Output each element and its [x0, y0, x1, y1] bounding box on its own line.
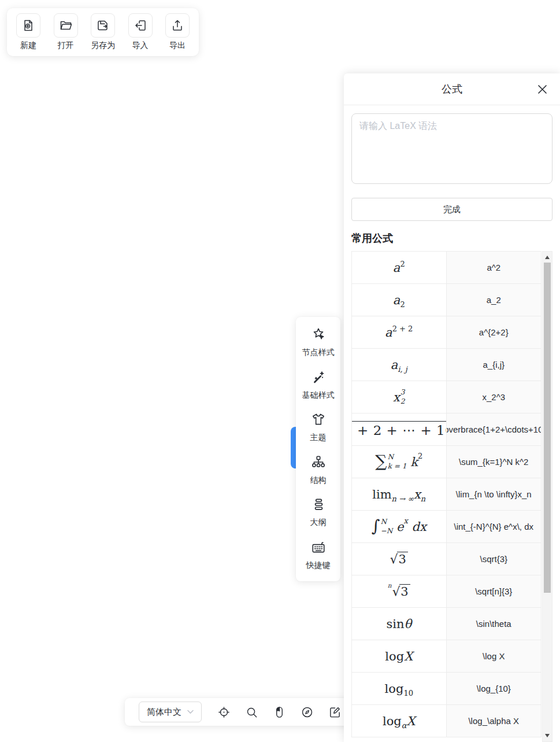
- formula-latex[interactable]: \int_{-N}^{N} e^x\, dx: [447, 511, 542, 543]
- theme-label: 主题: [310, 433, 327, 443]
- formula-latex[interactable]: a^2: [447, 252, 542, 284]
- formula-row: √3\sqrt{3}: [352, 543, 541, 575]
- open-file-button[interactable]: 打开: [54, 13, 78, 51]
- formula-latex[interactable]: \overbrace{1+2+\cdots+10}: [447, 414, 542, 446]
- formula-preview[interactable]: 1 + 2 + ⋯ + 10: [352, 414, 447, 446]
- sidebar-item-node-style[interactable]: 节点样式: [302, 327, 335, 358]
- sidebar-item-theme[interactable]: 主题: [310, 412, 327, 443]
- formula-preview[interactable]: logαX: [352, 705, 447, 737]
- formula-row: a2a^2: [352, 252, 541, 284]
- file-toolbar: 新建 打开 另存为 导入 导出: [7, 8, 199, 56]
- common-formulas-title: 常用公式: [351, 231, 552, 245]
- shortcut-label: 快捷键: [306, 560, 331, 571]
- export-label: 导出: [169, 40, 186, 51]
- basic-style-icon: [311, 370, 326, 387]
- style-toolbar: 节点样式 基础样式 主题 结构 大纲 快捷键: [296, 317, 340, 581]
- latex-input[interactable]: [351, 113, 552, 184]
- formula-list-area: a2a^2a2a_2a2 + 2a^{2+2}ai, ja_{i,j}x32x_…: [351, 251, 552, 742]
- formula-row: sinθ\sin\theta: [352, 608, 541, 640]
- formula-row: n√3\sqrt[n]{3}: [352, 575, 541, 608]
- formula-row: 1 + 2 + ⋯ + 10\overbrace{1+2+\cdots+10}: [352, 414, 541, 446]
- close-icon[interactable]: [536, 83, 548, 95]
- import-button[interactable]: 导入: [128, 13, 153, 51]
- formula-latex[interactable]: \log_\alpha X: [447, 705, 542, 737]
- formula-latex[interactable]: a^{2+2}: [447, 316, 542, 349]
- node-style-icon: [311, 327, 326, 344]
- formula-preview[interactable]: x32: [352, 381, 447, 414]
- status-toolbar: 简体中文: [125, 698, 358, 726]
- import-icon: [128, 13, 153, 38]
- sidebar-item-basic-style[interactable]: 基础样式: [302, 370, 335, 401]
- basic-style-label: 基础样式: [302, 390, 335, 401]
- formula-preview[interactable]: a2: [352, 284, 447, 316]
- edit-icon[interactable]: [328, 706, 342, 719]
- formula-row: logαX\log_\alpha X: [352, 705, 541, 737]
- formula-preview[interactable]: a2: [352, 252, 447, 284]
- done-button[interactable]: 完成: [351, 198, 552, 221]
- formula-latex[interactable]: \sqrt{3}: [447, 543, 542, 575]
- compass-icon[interactable]: [301, 706, 314, 719]
- search-icon[interactable]: [245, 706, 258, 719]
- mouse-icon[interactable]: [273, 706, 286, 719]
- formula-row: x32x_2^3: [352, 381, 541, 414]
- formula-preview[interactable]: a2 + 2: [352, 316, 447, 349]
- formula-table: a2a^2a2a_2a2 + 2a^{2+2}ai, ja_{i,j}x32x_…: [351, 251, 542, 737]
- formula-preview[interactable]: limn → ∞xn: [352, 478, 447, 511]
- language-select[interactable]: 简体中文: [139, 702, 202, 722]
- outline-label: 大纲: [310, 518, 327, 528]
- formula-row: ∑Nk = 1 k2\sum_{k=1}^N k^2: [352, 446, 541, 478]
- bottom-icon-group: [217, 706, 342, 719]
- formula-latex[interactable]: \sqrt[n]{3}: [447, 575, 542, 608]
- formula-preview[interactable]: √3: [352, 543, 447, 575]
- locate-icon[interactable]: [217, 706, 231, 719]
- formula-latex[interactable]: a_{i,j}: [447, 349, 542, 381]
- save-as-icon: [91, 13, 115, 38]
- formula-latex[interactable]: \sin\theta: [447, 608, 542, 640]
- chevron-down-icon: [187, 710, 194, 714]
- formula-preview[interactable]: ai, j: [352, 349, 447, 381]
- theme-icon: [311, 412, 326, 429]
- save-as-label: 另存为: [91, 40, 115, 51]
- shortcut-icon: [311, 540, 326, 557]
- formula-preview[interactable]: ∑Nk = 1 k2: [352, 446, 447, 478]
- structure-label: 结构: [310, 475, 327, 486]
- outline-icon: [311, 497, 326, 514]
- export-button[interactable]: 导出: [165, 13, 190, 51]
- save-as-button[interactable]: 另存为: [91, 13, 115, 51]
- scrollbar-thumb[interactable]: [544, 263, 551, 593]
- formula-row: a2a_2: [352, 284, 541, 316]
- formula-preview[interactable]: n√3: [352, 575, 447, 608]
- formula-panel-header: 公式: [344, 73, 560, 105]
- formula-latex[interactable]: a_2: [447, 284, 542, 316]
- formula-latex[interactable]: x_2^3: [447, 381, 542, 414]
- new-file-button[interactable]: 新建: [16, 13, 40, 51]
- formula-row: limn → ∞xn\lim_{n \to \infty}x_n: [352, 478, 541, 511]
- panel-title: 公式: [442, 82, 462, 96]
- formula-row: ∫N−N ex dx\int_{-N}^{N} e^x\, dx: [352, 511, 541, 543]
- sidebar-item-structure[interactable]: 结构: [310, 455, 327, 486]
- node-style-label: 节点样式: [302, 348, 335, 358]
- formula-preview[interactable]: sinθ: [352, 608, 447, 640]
- scrollbar[interactable]: [542, 251, 552, 742]
- scroll-up-icon[interactable]: [543, 253, 552, 262]
- formula-row: a2 + 2a^{2+2}: [352, 316, 541, 349]
- open-file-label: 打开: [58, 40, 74, 51]
- language-label: 简体中文: [147, 707, 181, 718]
- formula-latex[interactable]: \log_{10}: [447, 673, 542, 705]
- formula-preview[interactable]: logX: [352, 640, 447, 673]
- export-icon: [165, 13, 190, 38]
- formula-latex[interactable]: \lim_{n \to \infty}x_n: [447, 478, 542, 511]
- structure-icon: [311, 455, 326, 472]
- sidebar-item-outline[interactable]: 大纲: [310, 497, 327, 528]
- formula-panel: 公式 完成 常用公式 a2a^2a2a_2a2 + 2a^{2+2}ai, ja…: [344, 73, 560, 742]
- sidebar-item-shortcut[interactable]: 快捷键: [306, 540, 331, 571]
- formula-panel-body: 完成 常用公式 a2a^2a2a_2a2 + 2a^{2+2}ai, ja_{i…: [344, 105, 560, 742]
- open-file-icon: [54, 13, 78, 38]
- formula-latex[interactable]: \log X: [447, 640, 542, 673]
- formula-row: logX\log X: [352, 640, 541, 673]
- formula-preview[interactable]: log10: [352, 673, 447, 705]
- new-file-label: 新建: [20, 40, 36, 51]
- scroll-down-icon[interactable]: [543, 731, 552, 740]
- formula-latex[interactable]: \sum_{k=1}^N k^2: [447, 446, 542, 478]
- formula-preview[interactable]: ∫N−N ex dx: [352, 511, 447, 543]
